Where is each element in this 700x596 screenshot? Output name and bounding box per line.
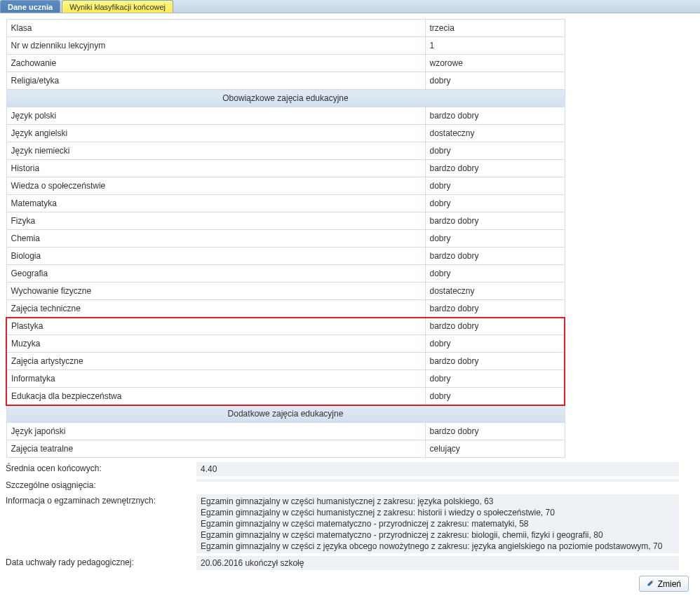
row-label: Zajęcia artystyczne — [6, 353, 425, 370]
row-value: dobry — [425, 370, 565, 388]
table-row: Edukacja dla bezpieczeństwadobry — [6, 388, 565, 405]
grades-table: KlasatrzeciaNr w dzienniku lekcyjnym1Zac… — [6, 19, 565, 458]
summary-achievements-label: Szczególne osiągnięcia: — [6, 479, 196, 492]
row-label: Plastyka — [6, 318, 425, 335]
summary-council-date: Data uchwały rady pedagogicznej: 20.06.2… — [6, 556, 679, 570]
summary-achievements-value — [196, 479, 679, 482]
change-button-label: Zmień — [658, 579, 681, 589]
row-value: dostateczny — [425, 283, 565, 300]
row-value: trzecia — [425, 20, 565, 37]
section-header-label: Obowiązkowe zajęcia edukacyjne — [6, 90, 565, 107]
table-row: Klasatrzecia — [6, 20, 565, 37]
row-value: bardzo dobry — [425, 107, 565, 125]
summary-exams-label: Informacja o egzaminach zewnętrznych: — [6, 494, 196, 507]
row-label: Chemia — [6, 230, 425, 248]
row-value: celujący — [425, 440, 565, 458]
row-value: dobry — [425, 230, 565, 248]
row-value: dobry — [425, 335, 565, 353]
row-value: bardzo dobry — [425, 300, 565, 318]
content-area: KlasatrzeciaNr w dzienniku lekcyjnym1Zac… — [0, 13, 700, 596]
section-header-additional: Dodatkowe zajęcia edukacyjne — [6, 405, 565, 423]
table-row: Geografiadobry — [6, 265, 565, 283]
summary-council-label: Data uchwały rady pedagogicznej: — [6, 556, 196, 569]
table-row: Zajęcia technicznebardzo dobry — [6, 300, 565, 318]
row-value: bardzo dobry — [425, 212, 565, 230]
row-label: Fizyka — [6, 212, 425, 230]
table-row: Informatykadobry — [6, 370, 565, 388]
row-value: dobry — [425, 142, 565, 160]
row-label: Klasa — [6, 20, 425, 37]
row-value: dobry — [425, 388, 565, 405]
summary-avg: Średnia ocen końcowych: 4.40 — [6, 462, 679, 476]
table-row: Zachowaniewzorowe — [6, 55, 565, 72]
table-row: Historiabardzo dobry — [6, 160, 565, 177]
section-header-label: Dodatkowe zajęcia edukacyjne — [6, 405, 565, 423]
row-value: dobry — [425, 177, 565, 195]
table-row: Religia/etykadobry — [6, 72, 565, 90]
row-label: Wychowanie fizyczne — [6, 283, 425, 300]
row-label: Język japoński — [6, 423, 425, 440]
row-label: Język angielski — [6, 125, 425, 142]
table-row: Muzykadobry — [6, 335, 565, 353]
row-label: Zajęcia techniczne — [6, 300, 425, 318]
change-button[interactable]: Zmień — [639, 576, 689, 592]
row-label: Muzyka — [6, 335, 425, 353]
summary-block: Średnia ocen końcowych: 4.40 Szczególne … — [6, 462, 679, 570]
table-row: Biologiabardzo dobry — [6, 248, 565, 265]
table-row: Zajęcia teatralnecelujący — [6, 440, 565, 458]
table-row: Chemiadobry — [6, 230, 565, 248]
row-label: Zajęcia teatralne — [6, 440, 425, 458]
row-value: bardzo dobry — [425, 318, 565, 335]
table-row: Język niemieckidobry — [6, 142, 565, 160]
button-bar: Zmień — [6, 576, 694, 592]
row-label: Biologia — [6, 248, 425, 265]
summary-achievements: Szczególne osiągnięcia: — [6, 479, 679, 492]
table-row: Język angielskidostateczny — [6, 125, 565, 142]
row-label: Język niemiecki — [6, 142, 425, 160]
table-row: Język japońskibardzo dobry — [6, 423, 565, 440]
pencil-icon — [647, 578, 655, 589]
tab-dane-ucznia[interactable]: Dane ucznia — [0, 0, 60, 13]
row-label: Informatyka — [6, 370, 425, 388]
row-label: Wiedza o społeczeństwie — [6, 177, 425, 195]
table-row: Zajęcia artystycznebardzo dobry — [6, 353, 565, 370]
row-value: dobry — [425, 265, 565, 283]
table-row: Nr w dzienniku lekcyjnym1 — [6, 37, 565, 55]
summary-council-value: 20.06.2016 ukończył szkołę — [196, 556, 679, 570]
row-value: wzorowe — [425, 55, 565, 72]
table-row: Plastykabardzo dobry — [6, 318, 565, 335]
row-value: bardzo dobry — [425, 160, 565, 177]
table-row: Matematykadobry — [6, 195, 565, 212]
row-label: Nr w dzienniku lekcyjnym — [6, 37, 425, 55]
table-row: Wychowanie fizycznedostateczny — [6, 283, 565, 300]
row-value: bardzo dobry — [425, 423, 565, 440]
section-header-mandatory: Obowiązkowe zajęcia edukacyjne — [6, 90, 565, 107]
row-label: Język polski — [6, 107, 425, 125]
row-value: dobry — [425, 72, 565, 90]
row-label: Zachowanie — [6, 55, 425, 72]
row-value: bardzo dobry — [425, 353, 565, 370]
row-value: dostateczny — [425, 125, 565, 142]
row-label: Historia — [6, 160, 425, 177]
row-label: Edukacja dla bezpieczeństwa — [6, 388, 425, 405]
table-row: Wiedza o społeczeństwiedobry — [6, 177, 565, 195]
row-label: Matematyka — [6, 195, 425, 212]
summary-avg-value: 4.40 — [196, 462, 679, 476]
tabs-container: Dane ucznia Wyniki klasyfikacji końcowej — [0, 0, 700, 13]
table-row: Język polskibardzo dobry — [6, 107, 565, 125]
tab-wyniki-klasyfikacji[interactable]: Wyniki klasyfikacji końcowej — [62, 0, 173, 13]
row-label: Geografia — [6, 265, 425, 283]
summary-exams: Informacja o egzaminach zewnętrznych: Eg… — [6, 494, 679, 553]
summary-avg-label: Średnia ocen końcowych: — [6, 462, 196, 475]
summary-exams-value: Egzamin gimnazjalny w części humanistycz… — [196, 494, 679, 553]
table-row: Fizykabardzo dobry — [6, 212, 565, 230]
row-value: 1 — [425, 37, 565, 55]
row-label: Religia/etyka — [6, 72, 425, 90]
row-value: dobry — [425, 195, 565, 212]
row-value: bardzo dobry — [425, 248, 565, 265]
